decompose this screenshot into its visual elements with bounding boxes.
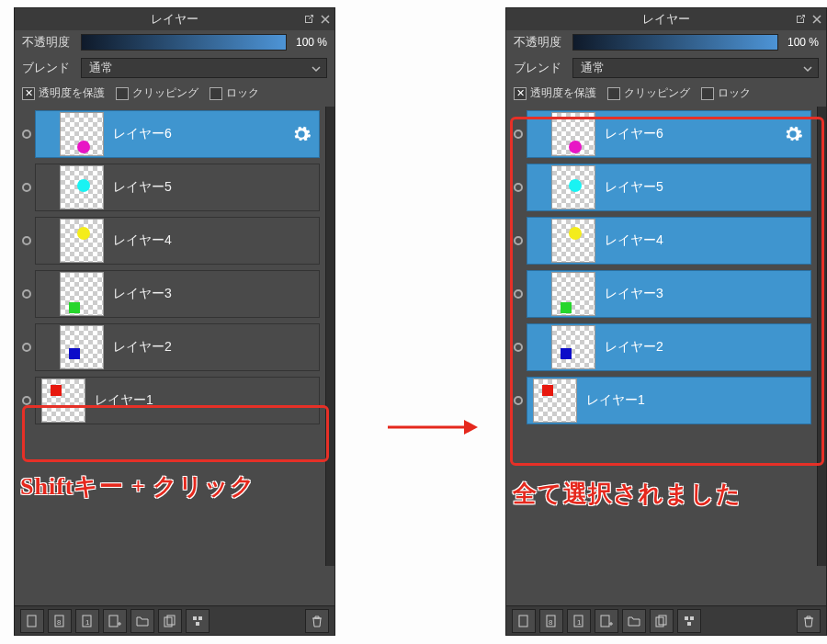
layer-row[interactable]: レイヤー5 <box>510 162 811 213</box>
blend-select[interactable]: 通常 <box>81 58 327 78</box>
gear-icon[interactable] <box>291 124 312 144</box>
merge-button[interactable] <box>677 609 701 633</box>
layer-row[interactable]: レイヤー6 <box>18 108 320 160</box>
layer-body[interactable]: レイヤー6 <box>527 110 811 158</box>
layer-name-label: レイヤー1 <box>95 392 319 409</box>
layer-thumbnail <box>533 378 577 423</box>
visibility-toggle[interactable] <box>510 130 527 139</box>
panel-titlebar[interactable]: レイヤー <box>506 8 826 30</box>
layer-body[interactable]: レイヤー2 <box>527 323 811 371</box>
copy1-button[interactable]: 1 <box>75 609 99 633</box>
clipping-checkbox[interactable]: クリッピング <box>607 85 690 101</box>
copy8-button[interactable]: 8 <box>539 609 563 633</box>
layer-row[interactable]: レイヤー5 <box>18 162 320 213</box>
scrollbar[interactable] <box>817 107 826 566</box>
new-button[interactable] <box>512 609 536 633</box>
popout-icon[interactable] <box>303 14 314 25</box>
visibility-toggle[interactable] <box>18 343 35 352</box>
layer-mark <box>69 302 80 313</box>
merge-button[interactable] <box>186 609 210 633</box>
visibility-toggle[interactable] <box>18 183 35 192</box>
layer-body[interactable]: レイヤー6 <box>35 110 320 158</box>
layer-thumbnail <box>60 112 104 156</box>
layer-body[interactable]: レイヤー4 <box>527 217 811 265</box>
duplicate-button[interactable] <box>650 609 674 633</box>
popout-icon[interactable] <box>795 14 806 25</box>
visibility-toggle[interactable] <box>18 289 35 299</box>
close-icon[interactable] <box>320 14 331 25</box>
layer-thumbnail <box>551 325 595 369</box>
svg-rect-11 <box>519 616 527 627</box>
layer-body[interactable]: レイヤー3 <box>527 270 811 318</box>
clipping-label: クリッピング <box>132 85 198 101</box>
layers-panel-right: レイヤー 不透明度 100 % ブレンド 通常 ✕ 透明度を保護 <box>505 7 827 636</box>
layer-row[interactable]: レイヤー4 <box>18 215 320 266</box>
clipping-checkbox[interactable]: クリッピング <box>116 85 198 101</box>
close-icon[interactable] <box>811 14 822 25</box>
clipping-label: クリッピング <box>624 85 690 101</box>
layer-body[interactable]: レイヤー5 <box>527 164 811 211</box>
scrollbar[interactable] <box>325 107 334 566</box>
opacity-label: 不透明度 <box>22 34 74 51</box>
svg-text:1: 1 <box>577 618 582 627</box>
visibility-toggle[interactable] <box>510 289 527 299</box>
folder-button[interactable] <box>130 609 154 633</box>
gear-icon[interactable] <box>783 124 803 144</box>
layer-body[interactable]: レイヤー4 <box>35 217 320 265</box>
layer-body[interactable]: レイヤー2 <box>35 323 320 371</box>
svg-text:8: 8 <box>57 618 62 627</box>
visibility-toggle[interactable] <box>510 396 527 405</box>
layer-row[interactable]: レイヤー2 <box>18 322 320 373</box>
visibility-toggle[interactable] <box>510 343 527 352</box>
protect-alpha-checkbox[interactable]: ✕ 透明度を保護 <box>514 85 596 101</box>
opacity-row: 不透明度 100 % <box>506 30 826 54</box>
opacity-slider[interactable] <box>572 34 778 51</box>
protect-alpha-checkbox[interactable]: ✕ 透明度を保護 <box>22 85 105 101</box>
blend-value: 通常 <box>89 60 113 76</box>
layer-row[interactable]: レイヤー4 <box>510 215 811 266</box>
duplicate-button[interactable] <box>158 609 182 633</box>
trash-button[interactable] <box>305 609 329 633</box>
copy1-button[interactable]: 1 <box>567 609 591 633</box>
layer-row[interactable]: レイヤー3 <box>18 268 320 320</box>
visibility-toggle[interactable] <box>18 236 35 245</box>
checkbox-box <box>210 87 222 100</box>
opacity-slider[interactable] <box>81 34 287 51</box>
layer-body[interactable]: レイヤー3 <box>35 270 320 318</box>
checkbox-box <box>116 87 129 100</box>
add-button[interactable] <box>103 609 127 633</box>
layer-row[interactable]: レイヤー1 <box>510 375 811 426</box>
add-button[interactable] <box>595 609 618 633</box>
new-button[interactable] <box>20 609 44 633</box>
layer-body[interactable]: レイヤー1 <box>35 377 320 424</box>
visibility-toggle[interactable] <box>18 396 35 405</box>
chevron-down-icon <box>803 62 812 76</box>
layer-thumbnail <box>551 272 595 316</box>
visibility-toggle[interactable] <box>510 236 527 245</box>
layer-name-label: レイヤー5 <box>113 179 319 196</box>
lock-checkbox[interactable]: ロック <box>701 85 751 101</box>
layer-row[interactable]: レイヤー2 <box>510 322 811 373</box>
copy8-button[interactable]: 8 <box>48 609 72 633</box>
lock-checkbox[interactable]: ロック <box>210 85 259 101</box>
svg-rect-10 <box>196 622 199 626</box>
panel-titlebar[interactable]: レイヤー <box>15 8 334 30</box>
checkbox-box <box>701 87 714 100</box>
layer-body[interactable]: レイヤー5 <box>35 164 320 211</box>
blend-select[interactable]: 通常 <box>572 58 819 78</box>
layer-row[interactable]: レイヤー6 <box>510 108 811 160</box>
trash-button[interactable] <box>797 609 821 633</box>
folder-button[interactable] <box>622 609 646 633</box>
visibility-toggle[interactable] <box>510 183 527 192</box>
layer-row[interactable]: レイヤー3 <box>510 268 811 320</box>
svg-rect-19 <box>685 616 688 620</box>
layer-mark <box>561 302 572 313</box>
layer-mark <box>569 141 582 153</box>
layer-body[interactable]: レイヤー1 <box>527 377 811 424</box>
layer-name-label: レイヤー4 <box>605 232 810 249</box>
checkbox-box: ✕ <box>22 87 35 100</box>
checkbox-box <box>607 87 620 100</box>
visibility-toggle[interactable] <box>18 130 35 139</box>
layer-row[interactable]: レイヤー1 <box>18 375 320 426</box>
svg-text:8: 8 <box>549 618 553 627</box>
